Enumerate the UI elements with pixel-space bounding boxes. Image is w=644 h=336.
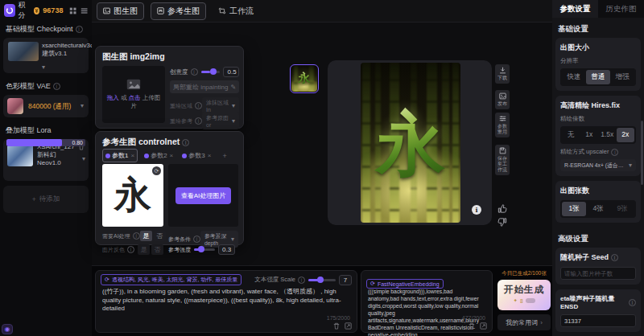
image-upload-dropzone[interactable]: 拖入 或 点击 上传图片: [102, 66, 165, 123]
download-button[interactable]: 下载: [495, 64, 510, 84]
thumbs-up-icon: [497, 204, 507, 213]
lora-weight-fill: [6, 139, 62, 146]
thumbs-down-icon: [497, 218, 507, 227]
mask-ref-select[interactable]: 参考原图 or▾: [202, 113, 239, 129]
cost-badge: [526, 298, 535, 303]
tab-img2img[interactable]: 图生图: [97, 2, 144, 20]
download-icon: [499, 67, 506, 74]
vae-value: 840000 (通用): [28, 102, 71, 112]
image-info-icon[interactable]: i: [472, 205, 481, 215]
favorite-prompts-button[interactable]: 我的常用词 ›: [497, 314, 551, 330]
floating-widget[interactable]: ◉: [2, 324, 13, 334]
cfg-scale-value[interactable]: 7: [339, 275, 352, 285]
chevron-down-icon[interactable]: ▾: [42, 64, 45, 71]
advanced-settings-label: 高级设置: [552, 227, 644, 248]
denoise-value[interactable]: 0.5: [223, 67, 239, 77]
tab-history[interactable]: 历史作图: [598, 0, 644, 18]
vae-card[interactable]: 840000 (通用) ▾: [3, 95, 89, 117]
info-icon: i: [193, 236, 200, 243]
expand-icon[interactable]: [480, 322, 487, 330]
positive-char-count: 175/2000: [327, 315, 350, 321]
add-lora-button[interactable]: + 待添加: [3, 186, 89, 213]
controlnet-reference-image[interactable]: 永 ⟳: [102, 164, 163, 227]
expand-icon[interactable]: [345, 322, 352, 330]
lora-section-title: 叠加模型 Lora: [0, 125, 92, 136]
like-button[interactable]: [497, 204, 507, 213]
prompt-tags-pill[interactable]: ⟳ 透视结构, 风光, 唯美, 太阳光, 背景, 动作, 最佳质量: [101, 274, 242, 285]
checkpoint-section-title: 基础模型 Checkpointi: [0, 24, 92, 35]
dislike-button[interactable]: [497, 218, 507, 227]
mask-area-label: 重绘区域: [170, 102, 192, 110]
checkpoint-card[interactable]: xsarchitecturalv3com建筑v3.1 ▾: [3, 38, 89, 73]
strength-label: 参考强度: [168, 246, 191, 254]
hires-fix-card: 高清精绘 Hires.fix 精绘倍数 无 1x 1.5x 2x 精绘方式 up…: [555, 96, 641, 176]
info-icon: i: [182, 139, 189, 146]
add-tab-button[interactable]: +: [222, 152, 226, 160]
publish-icon: [499, 92, 506, 100]
trash-icon[interactable]: [469, 322, 475, 330]
refresh-icon: ⟳: [370, 281, 375, 287]
seed-input[interactable]: [560, 267, 636, 280]
close-icon[interactable]: ×: [208, 152, 212, 159]
generate-button[interactable]: 开始生成 ✦ 8: [497, 280, 551, 310]
grid-icon[interactable]: [69, 6, 76, 15]
strength-slider[interactable]: [194, 248, 215, 251]
denoise-slider[interactable]: [201, 71, 221, 73]
unit-dot-icon: [144, 154, 149, 158]
invert-toggle[interactable]: 是否: [138, 244, 163, 255]
batch-count-segment[interactable]: 1张 4张 9张: [560, 200, 636, 218]
lora-weight-slider[interactable]: 0.80: [6, 139, 85, 146]
preprocess-toggle[interactable]: 是否: [140, 231, 166, 241]
mask-ref-row: 重绘参考i 参考原图 or▾: [170, 113, 239, 129]
lora-card[interactable]: XSArchi_127新科幻Neov1.0 ▾ 0.80: [3, 139, 89, 181]
positive-prompt-text[interactable]: ((竹子)), in a blooming garden, (fresh and…: [102, 288, 350, 313]
basic-settings-label: 基础设置: [552, 18, 644, 38]
replace-image-icon[interactable]: ⟳: [152, 166, 161, 175]
cfg-scale-slider[interactable]: [308, 279, 336, 281]
generated-image[interactable]: 永: [361, 63, 460, 223]
unit-dot-icon: [105, 154, 110, 158]
info-icon: i: [611, 254, 618, 261]
coin-icon: ¥: [34, 7, 40, 14]
controlnet-tab-1[interactable]: 参数1×: [102, 149, 138, 162]
save-to-workflow-button[interactable]: 保存至工作流: [495, 145, 510, 175]
close-icon[interactable]: ×: [130, 152, 134, 159]
result-thumbnail-selected[interactable]: 永: [290, 64, 319, 93]
resolution-segment[interactable]: 快速 普通 增强: [560, 68, 636, 86]
cfg-scale-label: 文本强度 Scale: [254, 276, 295, 284]
batch-count-title: 出图张数: [560, 186, 636, 196]
upscaler-select[interactable]: R-ESRGAN 4x+ (适合多种风 ▾: [560, 159, 636, 171]
reuse-params-button[interactable]: 参数重用: [495, 113, 510, 137]
strength-value[interactable]: 0.3: [218, 244, 235, 255]
inpaint-button[interactable]: 局部重绘 inpainting✎: [170, 80, 239, 93]
trash-icon[interactable]: [333, 322, 340, 330]
model-sidebar: 积分 ¥ 96738 基础模型 Checkpointi xsarchitectu…: [0, 0, 92, 336]
thumbnail-glyph: 永: [291, 71, 317, 86]
main-canvas: 图生图 参考生图 工作流 图生图 img2img: [92, 0, 552, 336]
chevron-down-icon[interactable]: ▾: [82, 155, 85, 162]
ensd-title: eta噪声种子随机量 ENSDi: [560, 294, 636, 310]
tab-workflow[interactable]: 工作流: [213, 3, 259, 19]
hires-title: 高清精绘 Hires.fix: [560, 100, 636, 111]
controlnet-tab-3[interactable]: 参数3×: [180, 150, 213, 162]
points-value: 96738: [43, 6, 63, 14]
params-scrollbar[interactable]: [641, 121, 643, 185]
tab-controlnet[interactable]: 参考生图: [151, 2, 206, 20]
publish-button[interactable]: 发布: [495, 90, 510, 109]
view-ai-processed-button[interactable]: 查看AI处理图片: [175, 187, 232, 204]
chevron-down-icon[interactable]: ▾: [80, 102, 84, 109]
close-icon[interactable]: ×: [170, 152, 174, 159]
tab-params-settings[interactable]: 参数设置: [552, 0, 598, 18]
preprocess-label: 需要AI处理: [102, 232, 130, 240]
ensd-input[interactable]: [560, 314, 636, 327]
invert-label: 图片反色: [102, 246, 125, 254]
controlnet-tab-2[interactable]: 参数2×: [142, 150, 175, 162]
img2img-panel-title: 图生图 img2img: [96, 47, 243, 63]
controlnet-preview-box: 查看AI处理图片: [168, 164, 238, 227]
img2img-panel: 图生图 img2img 拖入 或 点击 上传图片 创意度i 0.5: [95, 46, 244, 129]
mask-area-select[interactable]: 涂抹区域 In▾: [202, 97, 239, 114]
menu-icon[interactable]: [80, 6, 88, 15]
hires-scale-segment[interactable]: 无 1x 1.5x 2x: [560, 126, 636, 144]
app-logo[interactable]: [4, 4, 15, 17]
info-icon: i: [298, 277, 305, 284]
